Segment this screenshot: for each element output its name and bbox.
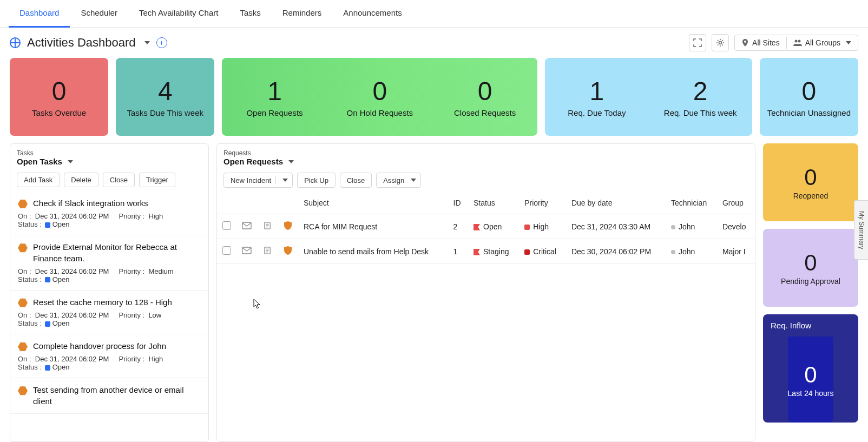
tab-reminders[interactable]: Reminders xyxy=(272,0,333,28)
tab-dashboard[interactable]: Dashboard xyxy=(9,0,70,28)
requests-filter-title: Open Requests xyxy=(223,157,283,166)
card-hold-requests[interactable]: 0 On Hold Requests xyxy=(327,76,432,117)
card-tasks-overdue[interactable]: 0 Tasks Overdue xyxy=(10,58,108,136)
tasks-filter-title: Open Tasks xyxy=(17,157,62,166)
new-incident-button[interactable]: New Incident xyxy=(223,173,293,188)
summary-cards: 0 Tasks Overdue 4 Tasks Due This week 1 … xyxy=(0,58,868,143)
settings-button[interactable] xyxy=(712,34,729,51)
priority-dot-icon xyxy=(524,249,530,255)
divider xyxy=(275,176,276,184)
status-flag-icon xyxy=(474,224,480,230)
col-due[interactable]: Due by date xyxy=(566,192,666,214)
task-item[interactable]: Complete handover process for John On : … xyxy=(10,334,208,378)
chevron-down-icon xyxy=(411,179,416,182)
mail-icon[interactable] xyxy=(242,222,252,229)
card-req-due-today[interactable]: 1 Req. Due Today xyxy=(545,76,648,117)
card-req-inflow[interactable]: Req. Inflow 0 Last 24 hours xyxy=(763,314,858,423)
cell-subject: RCA for MIM Request xyxy=(298,214,448,239)
groups-selector[interactable]: All Groups xyxy=(787,35,858,50)
task-icon xyxy=(18,199,28,209)
row-checkbox[interactable] xyxy=(222,246,231,255)
card-tech-unassigned[interactable]: 0 Technician Unassigned xyxy=(760,58,858,136)
card-label: Technician Unassigned xyxy=(767,108,851,117)
card-closed-requests[interactable]: 0 Closed Requests xyxy=(432,76,537,117)
table-row[interactable]: Unable to send mails from Help Desk 1 St… xyxy=(217,239,755,264)
task-status-label: Status : xyxy=(18,363,42,371)
mail-icon[interactable] xyxy=(242,247,252,254)
close-request-button[interactable]: Close xyxy=(340,173,372,188)
cell-status: Staging xyxy=(483,247,509,256)
inflow-title: Req. Inflow xyxy=(763,314,858,337)
delete-task-button[interactable]: Delete xyxy=(64,173,98,187)
assign-button[interactable]: Assign xyxy=(376,173,421,188)
trigger-task-button[interactable]: Trigger xyxy=(139,173,175,187)
task-list[interactable]: Check if Slack integration works On : De… xyxy=(10,192,208,441)
tab-announcements[interactable]: Announcements xyxy=(332,0,412,28)
card-value: 0 xyxy=(372,76,387,106)
task-priority-label: Priority : xyxy=(119,267,144,275)
task-item[interactable]: Check if Slack integration works On : De… xyxy=(10,192,208,235)
col-status[interactable]: Status xyxy=(468,192,519,214)
task-item[interactable]: Reset the cache memory to 128 - High On … xyxy=(10,291,208,334)
card-value: 0 xyxy=(804,250,817,276)
header-bar: Activities Dashboard + All Sites All Gro… xyxy=(0,28,868,58)
close-task-button[interactable]: Close xyxy=(103,173,135,187)
tab-tasks[interactable]: Tasks xyxy=(229,0,271,28)
assign-label: Assign xyxy=(383,176,404,184)
pickup-button[interactable]: Pick Up xyxy=(297,173,336,188)
task-title: Reset the cache memory to 128 - High xyxy=(33,297,172,308)
task-on-label: On : xyxy=(18,355,31,363)
page-title: Activities Dashboard xyxy=(27,36,136,50)
title-dropdown-caret-icon[interactable] xyxy=(144,41,150,44)
row-checkbox[interactable] xyxy=(222,221,231,230)
requests-filter-dropdown[interactable]: Open Requests xyxy=(223,157,748,166)
tab-scheduler[interactable]: Scheduler xyxy=(70,0,128,28)
card-tasks-due-week[interactable]: 4 Tasks Due This week xyxy=(116,58,214,136)
groups-caret-icon xyxy=(846,41,851,44)
requests-panel: Requests Open Requests New Incident Pick… xyxy=(216,143,755,442)
card-req-due-week[interactable]: 2 Req. Due This week xyxy=(649,76,752,117)
status-dot-icon xyxy=(45,222,50,228)
tasks-filter-dropdown[interactable]: Open Tasks xyxy=(17,157,202,166)
task-icon xyxy=(18,243,28,253)
sites-selector[interactable]: All Sites xyxy=(735,35,786,50)
chevron-down-icon xyxy=(288,160,294,163)
col-id[interactable]: ID xyxy=(448,192,468,214)
table-row[interactable]: RCA for MIM Request 2 Open High Dec 31, … xyxy=(217,214,755,239)
my-summary-tab[interactable]: My Summary xyxy=(854,200,868,260)
top-nav: Dashboard Scheduler Tech Availability Ch… xyxy=(0,0,868,28)
task-on-value: Dec 31, 2024 06:02 PM xyxy=(35,311,109,319)
fullscreen-button[interactable] xyxy=(689,34,706,51)
col-tech[interactable]: Technician xyxy=(666,192,717,214)
note-icon[interactable] xyxy=(262,247,272,254)
groups-label: All Groups xyxy=(805,38,840,47)
task-item[interactable]: Provide External Monitor for Rebecca at … xyxy=(10,235,208,291)
card-reopened[interactable]: 0 Reopened xyxy=(763,143,858,221)
task-item[interactable]: Test sending from another device or emai… xyxy=(10,378,208,414)
svg-point-1 xyxy=(794,40,797,43)
tab-tech-availability[interactable]: Tech Availability Chart xyxy=(128,0,229,28)
card-value: 4 xyxy=(158,76,173,106)
svg-point-2 xyxy=(798,40,800,43)
add-dashboard-button[interactable]: + xyxy=(156,37,167,48)
cell-due: Dec 30, 2024 06:02 PM xyxy=(566,239,666,264)
task-icon xyxy=(18,342,28,352)
card-pending-approval[interactable]: 0 Pending Approval xyxy=(763,229,858,307)
note-icon[interactable] xyxy=(262,222,272,229)
cell-status: Open xyxy=(483,222,502,231)
task-priority-label: Priority : xyxy=(119,355,144,363)
status-dot-icon xyxy=(45,365,50,371)
cell-tech: John xyxy=(679,222,695,231)
card-label: Pending Approval xyxy=(781,277,840,286)
card-value: 0 xyxy=(804,362,817,388)
task-priority-label: Priority : xyxy=(119,311,144,319)
sites-label: All Sites xyxy=(752,38,780,47)
col-subject[interactable]: Subject xyxy=(298,192,448,214)
card-value: 1 xyxy=(590,76,604,106)
col-group[interactable]: Group xyxy=(717,192,755,214)
svg-rect-3 xyxy=(242,222,251,229)
add-task-button[interactable]: Add Task xyxy=(17,173,60,187)
card-open-requests[interactable]: 1 Open Requests xyxy=(222,76,327,117)
new-incident-label: New Incident xyxy=(231,176,271,184)
col-priority[interactable]: Priority xyxy=(519,192,566,214)
